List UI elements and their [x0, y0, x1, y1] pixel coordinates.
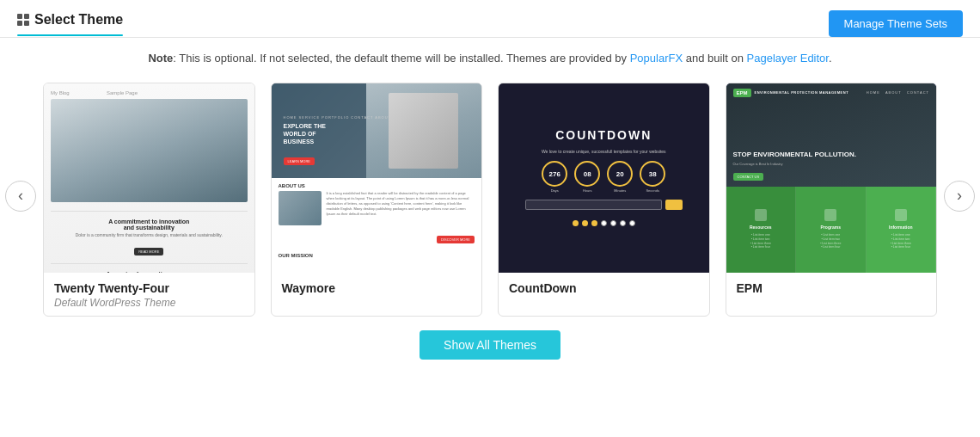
prev-arrow-button[interactable]: ‹ — [5, 181, 36, 212]
days-label: Days — [551, 188, 559, 193]
theme-card-epm[interactable]: EPM ENVIRONMENTAL PROTECTION MANAGEMENT … — [726, 83, 938, 317]
epm-col-title-programs: Programs — [821, 225, 841, 230]
dot-6 — [620, 220, 626, 226]
theme-preview-epm: EPM ENVIRONMENTAL PROTECTION MANAGEMENT … — [726, 83, 937, 273]
note-text: This is optional. If not selected, the d… — [176, 52, 630, 65]
theme-preview-countdown: COUNTDOWN We love to create unique, succ… — [499, 83, 709, 273]
minutes-timer: 20 Minutes — [607, 161, 633, 193]
epm-col-resources: Resources • List item one• List item two… — [726, 187, 797, 273]
theme-preview-twentyfour: My Blog Sample Page A commitment to inno… — [44, 83, 254, 273]
days-circle: 276 — [542, 161, 567, 187]
dot-3 — [591, 220, 597, 226]
epm-company-name: ENVIRONMENTAL PROTECTION MANAGEMENT — [755, 90, 849, 95]
countdown-email-field — [525, 200, 662, 210]
theme-name-countdown: CountDown — [509, 281, 699, 295]
waymore-hero: HOME SERVICE PORTFOLIO CONTACT ABOUT EXP… — [272, 83, 482, 178]
epm-programs-icon — [824, 209, 836, 221]
preview-blog-title2: A passion for creating spaces — [51, 271, 248, 273]
next-arrow-icon: › — [957, 187, 962, 205]
preview-divider — [51, 211, 248, 212]
preview-blog-subtitle: Dolor is a community firm that transform… — [51, 232, 248, 237]
epm-hero-sub: Our Coverage is Best In Industry — [733, 162, 930, 166]
waymore-about-title: ABOUT US — [279, 183, 475, 188]
note-middle: and built on — [683, 52, 746, 65]
theme-info-twentyfour: Twenty Twenty-Four Default WordPress The… — [44, 273, 254, 316]
preview-building-image — [51, 99, 248, 202]
title-wrapper: Select Theme — [17, 12, 123, 28]
countdown-email-input — [525, 200, 683, 210]
dot-5 — [610, 220, 616, 226]
waymore-hero-title: EXPLORE THEWORLD OFBUSINESS — [284, 122, 392, 145]
epm-nav: EPM ENVIRONMENTAL PROTECTION MANAGEMENT … — [733, 89, 930, 97]
theme-name-twentyfour: Twenty Twenty-Four — [54, 281, 244, 295]
show-all-themes-button[interactable]: Show All Themes — [420, 330, 560, 360]
epm-col-information: Information • List item one• List item t… — [867, 187, 937, 273]
epm-col-text-information: • List item one• List item two• List ite… — [891, 233, 911, 250]
countdown-subtitle: We love to create unique, successfull te… — [542, 149, 666, 154]
epm-bottom-section: Resources • List item one• List item two… — [726, 187, 937, 273]
epm-logo: EPM — [733, 89, 751, 97]
minutes-label: Minutes — [614, 188, 626, 193]
countdown-timers: 276 Days 08 Hours 20 Minutes 38 Seconds — [542, 161, 665, 193]
epm-col-title-resources: Resources — [750, 225, 772, 230]
countdown-dots — [573, 220, 635, 226]
note-bar: Note: This is optional. If not selected,… — [0, 38, 980, 76]
bottom-bar: Show All Themes — [0, 317, 980, 360]
epm-nav-links: HOME ABOUT CONTACT — [867, 90, 929, 95]
page-header: Select Theme Manage Theme Sets — [0, 0, 980, 38]
waymore-hero-text: HOME SERVICE PORTFOLIO CONTACT ABOUT EXP… — [279, 115, 392, 170]
theme-card-countdown[interactable]: COUNTDOWN We love to create unique, succ… — [498, 83, 710, 317]
days-timer: 276 Days — [542, 161, 567, 193]
epm-col-programs: Programs • List item one• List item two•… — [796, 187, 867, 273]
themes-section: ‹ My Blog Sample Page A commitment to in… — [0, 76, 980, 317]
theme-card-waymore[interactable]: HOME SERVICE PORTFOLIO CONTACT ABOUT EXP… — [271, 83, 483, 317]
popularfx-link[interactable]: PopularFX — [630, 52, 683, 65]
next-arrow-button[interactable]: › — [944, 181, 975, 212]
epm-col-text-resources: • List item one• List item two• List ite… — [750, 233, 771, 250]
seconds-circle: 38 — [640, 161, 665, 187]
theme-preview-waymore: HOME SERVICE PORTFOLIO CONTACT ABOUT EXP… — [272, 83, 482, 273]
waymore-mission-title: OUR MISSION — [272, 249, 482, 262]
waymore-about-image — [279, 191, 322, 225]
page-title: Select Theme — [17, 12, 123, 28]
note-label: Note — [148, 52, 173, 65]
theme-info-epm: EPM — [726, 273, 937, 302]
preview-divider2 — [51, 263, 248, 264]
dot-2 — [582, 220, 588, 226]
epm-col-title-information: Information — [889, 225, 913, 230]
epm-hero-title: STOP ENVIRONMENTAL POLLUTION. — [733, 151, 930, 159]
epm-hero-section: EPM ENVIRONMENTAL PROTECTION MANAGEMENT … — [726, 83, 937, 187]
seconds-timer: 38 Seconds — [640, 161, 665, 193]
note-suffix: . — [829, 52, 832, 65]
epm-information-icon — [895, 209, 907, 221]
theme-card-twenty-twenty-four[interactable]: My Blog Sample Page A commitment to inno… — [43, 83, 255, 317]
epm-logo-wrapper: EPM ENVIRONMENTAL PROTECTION MANAGEMENT — [733, 89, 849, 97]
countdown-submit-btn — [665, 200, 683, 210]
grid-icon — [17, 14, 29, 26]
themes-grid: My Blog Sample Page A commitment to inno… — [43, 83, 937, 317]
theme-info-countdown: CountDown — [499, 273, 709, 302]
dot-7 — [629, 220, 635, 226]
seconds-label: Seconds — [646, 188, 659, 193]
epm-col-text-programs: • List item one• List item two• List ite… — [820, 233, 841, 250]
minutes-circle: 20 — [607, 161, 633, 187]
title-underline — [17, 34, 123, 36]
pagelayer-link[interactable]: Pagelayer Editor — [747, 52, 829, 65]
preview-blog-title: A commitment to innovationand sustainabi… — [51, 218, 248, 231]
waymore-about-content: It is a long established fact that a rea… — [279, 191, 475, 225]
epm-contact-btn: CONTACT US — [733, 173, 764, 181]
manage-theme-sets-button[interactable]: Manage Theme Sets — [829, 10, 963, 37]
header-left: Select Theme — [17, 12, 123, 36]
hours-timer: 08 Hours — [574, 161, 600, 193]
epm-resources-icon — [755, 209, 767, 221]
prev-arrow-icon: ‹ — [18, 187, 23, 205]
waymore-about-section: ABOUT US It is a long established fact t… — [272, 178, 482, 249]
dot-1 — [573, 220, 579, 226]
hours-label: Hours — [583, 188, 592, 193]
countdown-title: COUNTDOWN — [555, 129, 652, 142]
page-title-text: Select Theme — [34, 12, 123, 28]
theme-info-waymore: Waymore — [272, 273, 482, 302]
theme-desc-twentyfour: Default WordPress Theme — [54, 297, 244, 309]
waymore-about-text: It is a long established fact that a rea… — [327, 191, 475, 217]
theme-name-epm: EPM — [737, 281, 927, 295]
